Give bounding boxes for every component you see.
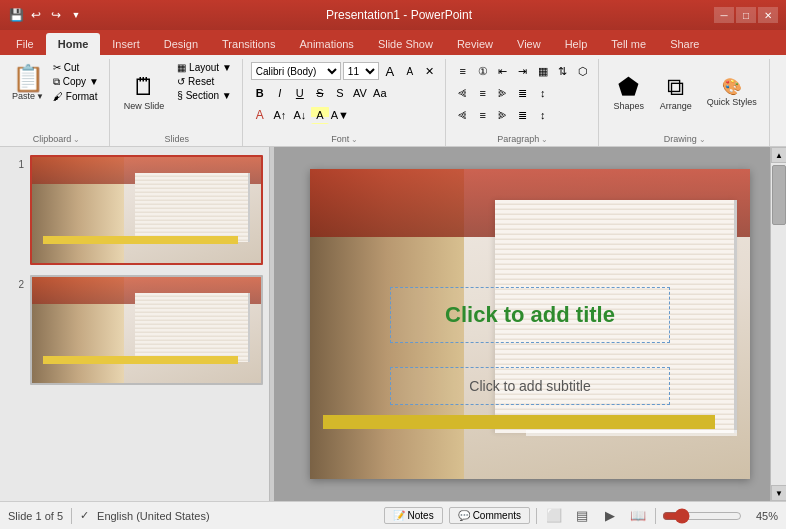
columns-btn[interactable]: ▦	[534, 62, 552, 80]
customize-qa-icon[interactable]: ▼	[68, 7, 84, 23]
editing-group: 🔍 Editing	[772, 59, 786, 146]
slide-canvas[interactable]: Click to add title Click to add subtitle	[310, 169, 750, 479]
tab-animations[interactable]: Animations	[287, 33, 365, 55]
para-row2: ⫷ ≡ ⫸ ≣ ↕	[454, 83, 552, 103]
increase-font-btn[interactable]: A	[381, 62, 399, 80]
line-spacing-btn[interactable]: ↕	[534, 84, 552, 102]
normal-view-button[interactable]: ⬜	[543, 505, 565, 527]
font-hl-btn[interactable]: A	[311, 106, 329, 124]
clear-format-btn[interactable]: ✕	[421, 62, 439, 80]
align-center-btn[interactable]: ≡	[474, 84, 492, 102]
tab-file[interactable]: File	[4, 33, 46, 55]
save-icon[interactable]: 💾	[8, 7, 24, 23]
change-case-button[interactable]: Aa	[371, 84, 389, 102]
redo-icon[interactable]: ↪	[48, 7, 64, 23]
editing-button[interactable]: 🔍 Editing	[778, 61, 786, 106]
layout-button[interactable]: ▦ Layout ▼	[173, 61, 235, 74]
arrange-button[interactable]: ⧉ Arrange	[654, 61, 698, 125]
convert-to-smartart-btn[interactable]: ⬡	[574, 62, 592, 80]
main-area: 1 2	[0, 147, 786, 501]
strikethrough-button[interactable]: S	[311, 84, 329, 102]
char-spacing-button[interactable]: AV	[351, 84, 369, 102]
tab-home[interactable]: Home	[46, 33, 101, 55]
tab-insert[interactable]: Insert	[100, 33, 152, 55]
tab-design[interactable]: Design	[152, 33, 210, 55]
tab-tell-me[interactable]: Tell me	[599, 33, 658, 55]
section-button[interactable]: § Section ▼	[173, 89, 235, 102]
font-expand-icon[interactable]: ⌄	[351, 135, 358, 144]
font-dec-btn[interactable]: A▼	[331, 106, 349, 124]
zoom-slider[interactable]	[662, 508, 742, 524]
paste-button[interactable]: 📋 Paste ▼	[10, 61, 46, 105]
align2justify-btn[interactable]: ≣	[514, 106, 532, 124]
slides-content: 🗒 New Slide ▦ Layout ▼ ↺ Reset § Section…	[118, 61, 236, 132]
justify-btn[interactable]: ≣	[514, 84, 532, 102]
scroll-down-button[interactable]: ▼	[771, 485, 786, 501]
arrange-icon: ⧉	[667, 75, 684, 99]
maximize-button[interactable]: □	[736, 7, 756, 23]
increase-indent-btn[interactable]: ⇥	[514, 62, 532, 80]
language[interactable]: English (United States)	[97, 510, 210, 522]
copy-button[interactable]: ⧉ Copy ▼	[49, 75, 103, 89]
paragraph-expand-icon[interactable]: ⌄	[541, 135, 548, 144]
quick-styles-button[interactable]: 🎨 Quick Styles	[701, 61, 763, 125]
align-right-btn[interactable]: ⫸	[494, 84, 512, 102]
bullets-btn[interactable]: ≡	[454, 62, 472, 80]
title-placeholder[interactable]: Click to add title	[390, 287, 670, 343]
decrease-font-btn[interactable]: A	[401, 62, 419, 80]
scroll-track	[771, 163, 786, 485]
align-left-btn[interactable]: ⫷	[454, 84, 472, 102]
reset-button[interactable]: ↺ Reset	[173, 75, 235, 88]
slideshow-button[interactable]: ▶	[599, 505, 621, 527]
underline-button[interactable]: U	[291, 84, 309, 102]
tab-slideshow[interactable]: Slide Show	[366, 33, 445, 55]
slide-thumb-1[interactable]: 1	[6, 155, 263, 265]
shapes-label: Shapes	[614, 101, 645, 112]
slide-1-thumbnail[interactable]	[30, 155, 263, 265]
text-shadow-button[interactable]: S	[331, 84, 349, 102]
font-name-select[interactable]: Calibri (Body)	[251, 62, 341, 80]
align2-btn[interactable]: ⫷	[454, 106, 472, 124]
numbering-btn[interactable]: ①	[474, 62, 492, 80]
minimize-button[interactable]: ─	[714, 7, 734, 23]
bold-button[interactable]: B	[251, 84, 269, 102]
quick-access-toolbar[interactable]: 💾 ↩ ↪ ▼	[8, 7, 84, 23]
subtitle-placeholder[interactable]: Click to add subtitle	[390, 367, 670, 405]
font-size-select[interactable]: 11 12 14 18 24 36 48	[343, 62, 379, 80]
slide-2-thumbnail[interactable]	[30, 275, 263, 385]
cut-button[interactable]: ✂ Cut	[49, 61, 103, 74]
text-direction-btn[interactable]: ⇅	[554, 62, 572, 80]
align2center-btn[interactable]: ≡	[474, 106, 492, 124]
clipboard-expand-icon[interactable]: ⌄	[73, 135, 80, 144]
drawing-content: ⬟ Shapes ⧉ Arrange 🎨 Quick Styles	[607, 61, 763, 132]
decrease-indent-btn[interactable]: ⇤	[494, 62, 512, 80]
tab-help[interactable]: Help	[553, 33, 600, 55]
slide-thumb-2[interactable]: 2	[6, 275, 263, 385]
tab-view[interactable]: View	[505, 33, 553, 55]
new-slide-button[interactable]: 🗒 New Slide	[118, 61, 171, 125]
reading-view-button[interactable]: 📖	[627, 505, 649, 527]
font-color-btn[interactable]: A	[251, 106, 269, 124]
tab-share[interactable]: Share	[658, 33, 711, 55]
drawing-expand-icon[interactable]: ⌄	[699, 135, 706, 144]
format-painter-button[interactable]: 🖌 Format	[49, 90, 103, 103]
shapes-button[interactable]: ⬟ Shapes	[607, 61, 651, 125]
spell-check-icon[interactable]: ✓	[80, 509, 89, 522]
font-size-label-btn[interactable]: A↑	[271, 106, 289, 124]
status-bar: Slide 1 of 5 ✓ English (United States) 📝…	[0, 501, 786, 529]
zoom-percent: 45%	[748, 510, 778, 522]
notes-button[interactable]: 📝 Notes	[384, 507, 443, 524]
align2line-btn[interactable]: ↕	[534, 106, 552, 124]
italic-button[interactable]: I	[271, 84, 289, 102]
close-button[interactable]: ✕	[758, 7, 778, 23]
tab-review[interactable]: Review	[445, 33, 505, 55]
comments-button[interactable]: 💬 Comments	[449, 507, 530, 524]
font-size-dec-btn[interactable]: A↓	[291, 106, 309, 124]
new-slide-label: New Slide	[124, 101, 165, 112]
align2right-btn[interactable]: ⫸	[494, 106, 512, 124]
undo-icon[interactable]: ↩	[28, 7, 44, 23]
outline-view-button[interactable]: ▤	[571, 505, 593, 527]
scroll-thumb[interactable]	[772, 165, 786, 225]
tab-transitions[interactable]: Transitions	[210, 33, 287, 55]
scroll-up-button[interactable]: ▲	[771, 147, 786, 163]
